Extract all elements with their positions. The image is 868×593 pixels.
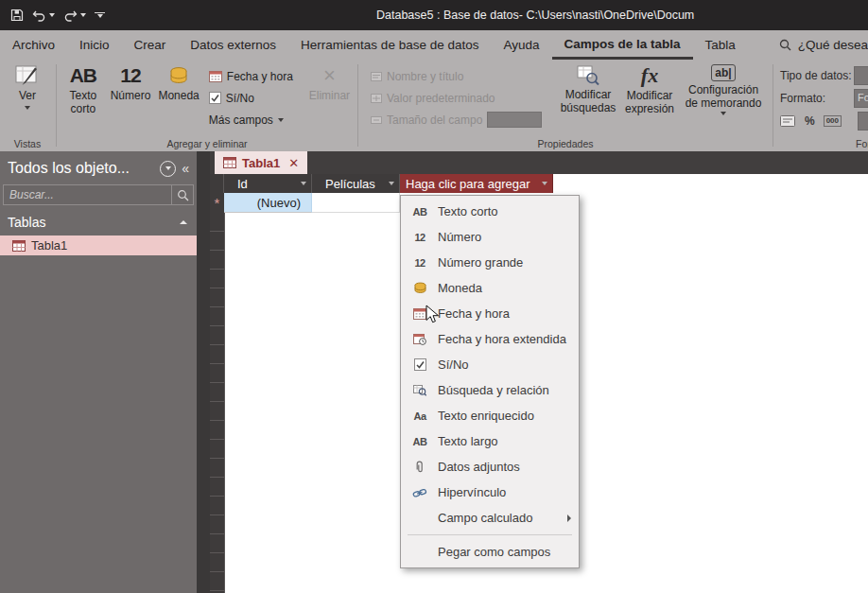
view-icon	[15, 64, 40, 87]
valor-predeterminado-button[interactable]: Valor predeterminado	[371, 87, 556, 109]
formato-label: Formato:	[780, 92, 854, 105]
tipo-datos-select[interactable]	[854, 66, 868, 85]
customize-qat-icon	[95, 12, 105, 18]
hyperlink-icon	[410, 484, 429, 501]
ver-button[interactable]: Ver	[0, 60, 55, 110]
shutter-bar-close-icon[interactable]: «	[182, 161, 189, 176]
table-icon	[223, 157, 236, 168]
menu-item-hipervinculo[interactable]: Hipervínculo	[401, 480, 579, 505]
tab-inicio[interactable]: Inicio	[67, 30, 122, 60]
currency-icon	[410, 280, 429, 297]
currency-icon	[168, 66, 189, 87]
undo-dropdown-icon[interactable]	[49, 13, 55, 17]
sidebar-section-tablas[interactable]: Tablas	[0, 205, 197, 235]
undo-button[interactable]	[32, 9, 55, 22]
filter-dropdown-icon[interactable]	[389, 182, 394, 185]
record-selector-header[interactable]	[210, 174, 224, 193]
filter-dropdown-icon[interactable]	[301, 182, 306, 185]
group-label-vistas: Vistas	[0, 138, 55, 149]
tab-archivo[interactable]: Archivo	[0, 30, 67, 60]
large-number-icon: 12	[410, 254, 429, 271]
menu-item-texto-enriquecido[interactable]: Aa Texto enriquecido	[401, 403, 579, 428]
redo-button[interactable]	[63, 9, 86, 22]
menu-item-datos-adjuntos[interactable]: Datos adjuntos	[401, 454, 579, 480]
menu-item-texto-largo[interactable]: AB Texto largo	[401, 428, 579, 454]
menu-item-busqueda-y-relacion[interactable]: Búsqueda y relación	[401, 377, 579, 403]
yes-no-icon	[410, 357, 429, 374]
close-tab-icon[interactable]: ✕	[288, 156, 299, 170]
menu-item-texto-corto[interactable]: AB Texto corto	[401, 199, 579, 224]
lookup-icon	[410, 382, 429, 399]
formato-select[interactable]: Form	[854, 89, 868, 108]
document-tab-bar: Tabla1 ✕	[210, 151, 868, 174]
currency-format-icon[interactable]	[780, 114, 796, 128]
number-icon: 12	[410, 229, 429, 246]
document-left-margin	[197, 151, 210, 593]
group-separator	[56, 64, 57, 147]
document-tab-tabla1[interactable]: Tabla1 ✕	[215, 151, 307, 174]
menu-item-fecha-y-hora-extendida[interactable]: Fecha y hora extendida	[401, 326, 579, 352]
menu-separator	[408, 534, 572, 535]
group-separator	[357, 64, 358, 147]
search-icon	[779, 39, 791, 51]
nav-pane-menu-button[interactable]	[160, 161, 176, 177]
group-formato: Tipo de datos: Formato: Form % 000 Forma…	[774, 60, 868, 151]
redo-dropdown-icon[interactable]	[80, 13, 86, 17]
new-record-selector[interactable]: *	[210, 193, 225, 213]
group-propiedades: Nombre y título Valor predeterminado Tam…	[359, 60, 772, 151]
tipo-datos-label: Tipo de datos:	[780, 69, 854, 82]
fecha-y-hora-button[interactable]: Fecha y hora	[209, 65, 293, 87]
column-header-add-field[interactable]: Haga clic para agregar	[400, 174, 553, 193]
nombre-y-titulo-button[interactable]: Nombre y título	[371, 65, 556, 87]
cell-id-new[interactable]: (Nuevo)	[224, 193, 312, 213]
decimal-buttons[interactable]	[858, 112, 868, 131]
tab-herramientas[interactable]: Herramientas de base de datos	[288, 30, 491, 60]
tell-me-search[interactable]: ¿Qué desea	[779, 30, 868, 60]
group-vistas: Ver Vistas	[0, 60, 55, 151]
tab-ayuda[interactable]: Ayuda	[491, 30, 551, 60]
tab-tabla[interactable]: Tabla	[693, 30, 748, 60]
calculated-field-icon	[410, 510, 429, 527]
rich-text-icon: Aa	[410, 408, 429, 425]
short-text-icon: AB	[70, 64, 96, 87]
record-selector-column[interactable]	[210, 213, 225, 593]
sidebar-item-tabla1[interactable]: Tabla1	[0, 235, 197, 255]
tab-datos-externos[interactable]: Datos externos	[178, 30, 288, 60]
modify-lookups-icon	[577, 64, 599, 86]
menu-item-numero-grande[interactable]: 12 Número grande	[401, 250, 579, 275]
mas-campos-button[interactable]: Más campos	[209, 109, 293, 131]
ver-dropdown-icon[interactable]	[25, 106, 30, 110]
tab-crear[interactable]: Crear	[122, 30, 179, 60]
search-placeholder: Buscar...	[4, 188, 171, 201]
menu-item-pegar-como-campos[interactable]: Pegar como campos	[401, 539, 579, 565]
column-header-id[interactable]: Id	[224, 174, 312, 193]
tamano-del-campo-button[interactable]: Tamaño del campo	[371, 109, 556, 131]
undo-icon	[32, 9, 46, 22]
menu-item-si-no[interactable]: Sí/No	[401, 352, 579, 377]
date-time-extended-icon	[410, 331, 429, 348]
menu-item-moneda[interactable]: Moneda	[401, 275, 579, 301]
tab-campos-de-la-tabla[interactable]: Campos de la tabla	[552, 30, 693, 60]
group-label-propiedades: Propiedades	[359, 138, 772, 149]
column-header-peliculas[interactable]: Películas	[312, 174, 400, 193]
menu-item-campo-calculado[interactable]: Campo calculado	[401, 505, 579, 531]
mouse-cursor	[425, 305, 439, 328]
customize-qat-button[interactable]	[95, 12, 105, 18]
add-field-menu: AB Texto corto 12 Número 12 Número grand…	[400, 195, 580, 568]
save-button[interactable]	[10, 9, 24, 22]
percent-format-icon[interactable]: %	[805, 114, 815, 128]
nav-pane-title: Todos los objeto...	[8, 160, 154, 177]
add-field-dropdown-icon[interactable]	[542, 182, 547, 185]
fx-icon: fx	[641, 64, 658, 87]
attachment-icon	[410, 459, 429, 476]
menu-item-numero[interactable]: 12 Número	[401, 224, 579, 250]
field-size-input[interactable]	[487, 112, 542, 128]
date-time-icon	[209, 70, 222, 82]
search-button[interactable]	[171, 185, 193, 204]
thousands-format-icon[interactable]: 000	[824, 115, 842, 127]
search-input[interactable]: Buscar...	[3, 184, 194, 205]
cell-peliculas-new[interactable]	[312, 193, 400, 213]
si-no-button[interactable]: Sí/No	[209, 87, 293, 109]
memo-dropdown-icon	[720, 112, 726, 115]
default-value-icon	[371, 93, 382, 104]
